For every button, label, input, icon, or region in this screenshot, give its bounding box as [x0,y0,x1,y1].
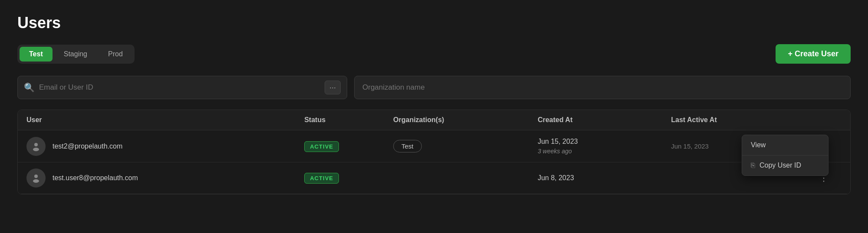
search-icon: 🔍 [24,82,35,93]
status-badge-1: ACTIVE [304,141,339,152]
context-menu-container-1: ⋮ View ⎘ Copy User ID [815,139,842,154]
user-email-2: test.user8@propelauth.com [53,174,138,182]
env-tab-test[interactable]: Test [20,47,53,61]
email-search-input[interactable] [39,83,320,92]
svg-point-3 [33,179,39,183]
users-table: User Status Organization(s) Created At L… [18,110,850,194]
col-header-last-active-at: Last Active At [662,110,807,130]
date-cell-1: Jun 15, 2023 3 weeks ago [538,136,654,156]
page-title: Users [17,14,851,32]
table-header-row: User Status Organization(s) Created At L… [18,110,850,130]
org-cell-2 [385,162,529,194]
copy-icon: ⎘ [751,162,755,169]
col-header-actions [807,110,850,130]
filter-icon: ⋯ [329,84,336,91]
filter-button[interactable]: ⋯ [325,81,341,94]
env-tab-staging[interactable]: Staging [54,47,97,61]
env-tab-prod[interactable]: Prod [99,47,132,61]
svg-point-2 [34,175,38,178]
created-cell-2: Jun 8, 2023 [529,162,662,194]
avatar-2 [26,168,46,188]
user-cell-content-2: test.user8@propelauth.com [26,168,287,188]
context-menu-item-copy-user-id[interactable]: ⎘ Copy User ID [742,155,828,175]
context-menu-item-view[interactable]: View [742,135,828,155]
users-table-container: User Status Organization(s) Created At L… [17,110,851,194]
user-cell-1: test2@propelauth.com [18,130,296,162]
created-date-2: Jun 8, 2023 [538,173,654,183]
col-header-organizations: Organization(s) [385,110,529,130]
col-header-created-at: Created At [529,110,662,130]
user-email-1: test2@propelauth.com [53,142,122,150]
org-search-input[interactable] [362,83,842,92]
col-header-status: Status [296,110,385,130]
date-cell-2: Jun 8, 2023 [538,173,654,183]
context-menu-1: View ⎘ Copy User ID [742,135,829,176]
create-user-button[interactable]: + Create User [776,44,851,64]
search-row: 🔍 ⋯ [17,76,851,99]
col-header-user: User [18,110,296,130]
user-cell-2: test.user8@propelauth.com [18,162,296,194]
status-cell-2: ACTIVE [296,162,385,194]
created-cell-1: Jun 15, 2023 3 weeks ago [529,130,662,162]
org-cell-1: Test [385,130,529,162]
table-row: test2@propelauth.com ACTIVE Test Jun 15,… [18,130,850,162]
copy-user-id-label: Copy User ID [760,162,801,169]
avatar-1 [26,137,46,156]
org-badge-1: Test [393,140,422,152]
svg-point-1 [33,148,39,151]
actions-cell-1: ⋮ View ⎘ Copy User ID [807,130,850,162]
table-row: test.user8@propelauth.com ACTIVE Jun 8, … [18,162,850,194]
top-bar: Test Staging Prod + Create User [17,44,851,64]
status-badge-2: ACTIVE [304,173,339,184]
user-cell-content-1: test2@propelauth.com [26,137,287,156]
svg-point-0 [34,143,38,146]
created-date-1: Jun 15, 2023 [538,136,654,147]
status-cell-1: ACTIVE [296,130,385,162]
email-search-box: 🔍 ⋯ [17,76,347,99]
env-tabs: Test Staging Prod [17,45,135,64]
created-relative-1: 3 weeks ago [538,147,654,156]
org-search-box [354,76,851,99]
